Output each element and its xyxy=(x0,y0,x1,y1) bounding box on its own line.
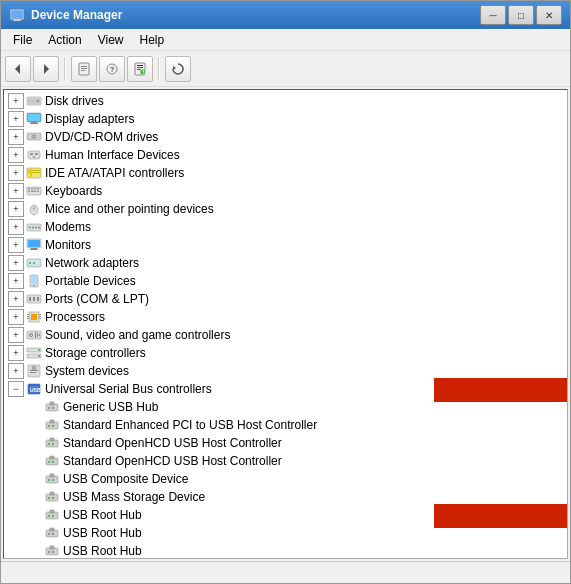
tree-item-usb[interactable]: −USBUniversal Serial Bus controllers xyxy=(4,380,567,398)
expand-btn-monitors[interactable]: + xyxy=(8,237,24,253)
svg-rect-24 xyxy=(28,114,40,121)
svg-point-105 xyxy=(52,443,54,445)
show-properties-button[interactable] xyxy=(71,56,97,82)
status-bar xyxy=(1,561,570,583)
tree-item-monitors[interactable]: +Monitors xyxy=(4,236,567,254)
toolbar-separator-1 xyxy=(64,58,66,80)
tree-item-usb_generic[interactable]: Generic USB Hub xyxy=(4,398,567,416)
menu-help[interactable]: Help xyxy=(132,31,173,49)
tree-item-usb_enhanced[interactable]: Standard Enhanced PCI to USB Host Contro… xyxy=(4,416,567,434)
tree-item-hid[interactable]: +Human Interface Devices xyxy=(4,146,567,164)
tree-item-usb_root3[interactable]: USB Root Hub xyxy=(4,542,567,558)
svg-point-52 xyxy=(35,227,37,229)
expand-btn-keyboards[interactable]: + xyxy=(8,183,24,199)
svg-point-113 xyxy=(52,479,54,481)
svg-rect-107 xyxy=(50,456,54,459)
tree-label-usb_mass: USB Mass Storage Device xyxy=(63,490,205,504)
tree-item-display[interactable]: +Display adapters xyxy=(4,110,567,128)
svg-rect-68 xyxy=(37,297,39,301)
tree-label-usb_generic: Generic USB Hub xyxy=(63,400,158,414)
tree-item-network[interactable]: +Network adapters xyxy=(4,254,567,272)
usb_dev-icon xyxy=(44,489,60,505)
usb_dev-icon xyxy=(44,471,60,487)
tree-item-usb_composite[interactable]: USB Composite Device xyxy=(4,470,567,488)
tree-item-keyboards[interactable]: +Keyboards xyxy=(4,182,567,200)
close-button[interactable]: ✕ xyxy=(536,5,562,25)
expand-btn-display[interactable]: + xyxy=(8,111,24,127)
tree-item-usb_openhcd1[interactable]: Standard OpenHCD USB Host Controller xyxy=(4,434,567,452)
svg-rect-80 xyxy=(35,332,36,338)
svg-rect-66 xyxy=(29,297,31,301)
maximize-button[interactable]: □ xyxy=(508,5,534,25)
expand-btn-portable[interactable]: + xyxy=(8,273,24,289)
expand-btn-dvd[interactable]: + xyxy=(8,129,24,145)
tree-item-usb_mass[interactable]: USB Mass Storage Device xyxy=(4,488,567,506)
expand-btn-storage[interactable]: + xyxy=(8,345,24,361)
expand-btn-modems[interactable]: + xyxy=(8,219,24,235)
expand-btn-system[interactable]: + xyxy=(8,363,24,379)
tree-item-processors[interactable]: +Processors xyxy=(4,308,567,326)
expand-btn-usb[interactable]: − xyxy=(8,381,24,397)
tree-item-sound[interactable]: +Sound, video and game controllers xyxy=(4,326,567,344)
minimize-button[interactable]: ─ xyxy=(480,5,506,25)
menu-action[interactable]: Action xyxy=(40,31,89,49)
tree-item-disk[interactable]: +Disk drives xyxy=(4,92,567,110)
expand-btn-processors[interactable]: + xyxy=(8,309,24,325)
svg-rect-9 xyxy=(81,70,85,71)
svg-rect-99 xyxy=(50,420,54,423)
svg-point-64 xyxy=(33,285,35,287)
svg-point-96 xyxy=(48,407,50,409)
mouse-icon xyxy=(26,201,42,217)
title-bar-buttons: ─ □ ✕ xyxy=(480,5,562,25)
update-driver-button[interactable]: ↻ xyxy=(127,56,153,82)
svg-rect-76 xyxy=(39,318,41,319)
tree-item-usb_openhcd2[interactable]: Standard OpenHCD USB Host Controller xyxy=(4,452,567,470)
menu-view[interactable]: View xyxy=(90,31,132,49)
window-title: Device Manager xyxy=(31,8,480,22)
ide-icon xyxy=(26,165,42,181)
sound-icon xyxy=(26,327,42,343)
svg-rect-40 xyxy=(31,188,33,190)
svg-point-100 xyxy=(48,425,50,427)
svg-marker-18 xyxy=(173,66,176,70)
back-button[interactable] xyxy=(5,56,31,82)
device-tree[interactable]: +Disk drives+Display adapters+DVD/CD-ROM… xyxy=(4,90,567,558)
tree-item-storage[interactable]: +Storage controllers xyxy=(4,344,567,362)
modem-icon xyxy=(26,219,42,235)
svg-point-101 xyxy=(52,425,54,427)
menu-file[interactable]: File xyxy=(5,31,40,49)
refresh-button[interactable] xyxy=(165,56,191,82)
tree-label-sound: Sound, video and game controllers xyxy=(45,328,230,342)
tree-item-portable[interactable]: +Portable Devices xyxy=(4,272,567,290)
tree-item-dvd[interactable]: +DVD/CD-ROM drives xyxy=(4,128,567,146)
tree-item-usb_root2[interactable]: USB Root Hub xyxy=(4,524,567,542)
tree-item-system[interactable]: +System devices xyxy=(4,362,567,380)
svg-rect-41 xyxy=(34,188,36,190)
tree-item-ports[interactable]: +Ports (COM & LPT) xyxy=(4,290,567,308)
keyboard-icon xyxy=(26,183,42,199)
svg-point-129 xyxy=(52,551,54,553)
expand-btn-mice[interactable]: + xyxy=(8,201,24,217)
svg-point-53 xyxy=(38,227,40,229)
tree-item-ide[interactable]: +IDE ATA/ATAPI controllers xyxy=(4,164,567,182)
svg-rect-36 xyxy=(28,172,40,173)
expand-btn-network[interactable]: + xyxy=(8,255,24,271)
forward-button[interactable] xyxy=(33,56,59,82)
tree-item-modems[interactable]: +Modems xyxy=(4,218,567,236)
svg-point-117 xyxy=(52,497,54,499)
expand-btn-ide[interactable]: + xyxy=(8,165,24,181)
tree-item-mice[interactable]: +Mice and other pointing devices xyxy=(4,200,567,218)
tree-label-system: System devices xyxy=(45,364,129,378)
expand-btn-disk[interactable]: + xyxy=(8,93,24,109)
tree-item-usb_root1[interactable]: USB Root Hub xyxy=(4,506,567,524)
expand-btn-hid[interactable]: + xyxy=(8,147,24,163)
svg-rect-115 xyxy=(50,492,54,495)
help-button[interactable]: ? xyxy=(99,56,125,82)
expand-btn-ports[interactable]: + xyxy=(8,291,24,307)
tree-label-usb_composite: USB Composite Device xyxy=(63,472,188,486)
svg-point-50 xyxy=(29,227,31,229)
svg-rect-13 xyxy=(137,65,143,66)
svg-point-90 xyxy=(32,366,36,370)
expand-btn-sound[interactable]: + xyxy=(8,327,24,343)
expand-placeholder-usb_mass xyxy=(26,489,42,505)
